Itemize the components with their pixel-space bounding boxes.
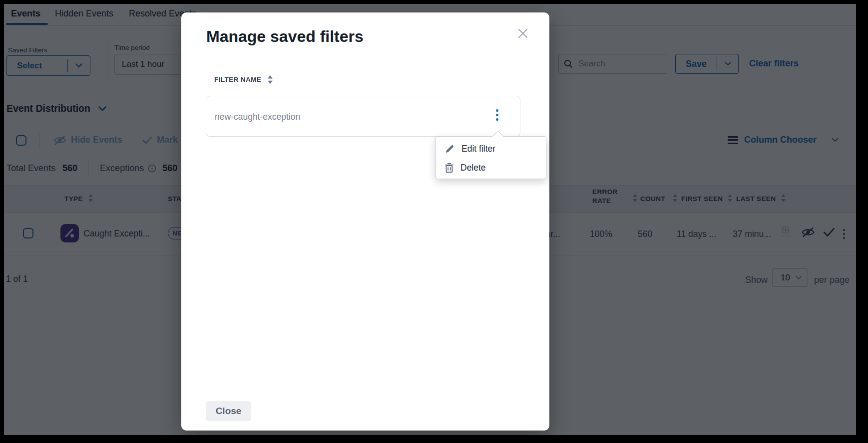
sort-icon[interactable] (267, 75, 273, 84)
delete-filter-menu-item[interactable]: Delete (436, 158, 546, 177)
saved-filter-row: new-caught-exception (206, 96, 520, 137)
close-icon[interactable] (517, 27, 529, 39)
saved-filter-name: new-caught-exception (215, 112, 300, 122)
edit-filter-menu-item[interactable]: Edit filter (436, 139, 546, 158)
trash-icon (445, 163, 453, 173)
filter-actions-popover: Edit filter Delete (435, 136, 546, 179)
screenshot-frame: Events Hidden Events Resolved Events Sav… (0, 0, 868, 443)
filter-name-column-header[interactable]: FILTER NAME (214, 75, 273, 84)
delete-filter-label: Delete (460, 163, 486, 173)
filter-kebab-menu-icon[interactable] (494, 107, 499, 123)
pencil-icon (445, 144, 454, 154)
modal-title: Manage saved filters (206, 27, 364, 46)
manage-saved-filters-modal: Manage saved filters FILTER NAME new-cau… (181, 12, 549, 431)
close-button[interactable]: Close (206, 401, 251, 421)
edit-filter-label: Edit filter (461, 144, 495, 154)
